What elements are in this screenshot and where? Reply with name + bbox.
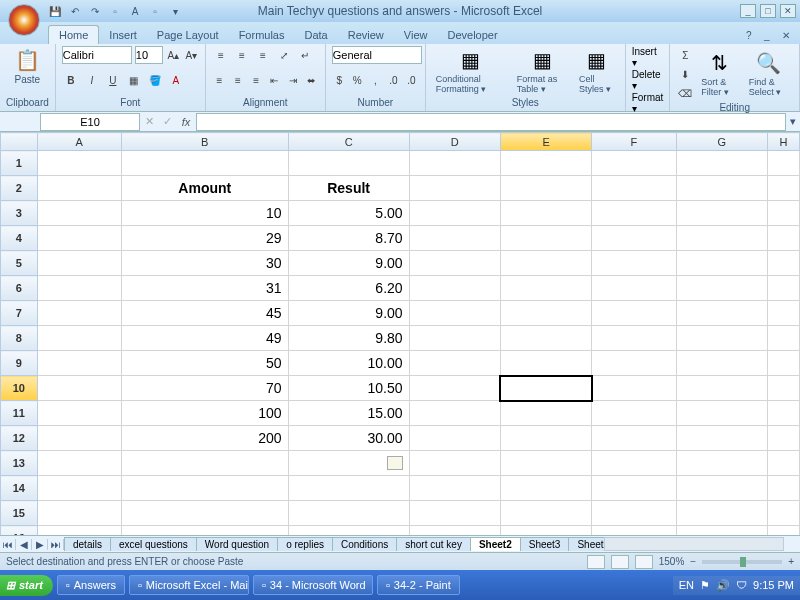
- cell-G8[interactable]: [676, 326, 767, 351]
- orientation-icon[interactable]: ⤢: [275, 46, 293, 64]
- cell-B3[interactable]: 10: [121, 201, 288, 226]
- cell-B1[interactable]: [121, 151, 288, 176]
- cell-B8[interactable]: 49: [121, 326, 288, 351]
- cell-D11[interactable]: [409, 401, 500, 426]
- cell-C2[interactable]: Result: [288, 176, 409, 201]
- font-name-select[interactable]: [62, 46, 132, 64]
- cell-G16[interactable]: [676, 526, 767, 536]
- cell-F14[interactable]: [592, 476, 676, 501]
- cell-D2[interactable]: [409, 176, 500, 201]
- cell-B2[interactable]: Amount: [121, 176, 288, 201]
- tab-insert[interactable]: Insert: [99, 26, 147, 44]
- cell-G10[interactable]: [676, 376, 767, 401]
- increase-decimal-icon[interactable]: .0: [386, 72, 401, 90]
- start-button[interactable]: ⊞ start: [0, 575, 53, 596]
- cell-D13[interactable]: [409, 451, 500, 476]
- cell-G9[interactable]: [676, 351, 767, 376]
- cell-H1[interactable]: [767, 151, 799, 176]
- minimize-button[interactable]: _: [740, 4, 756, 18]
- col-header-D[interactable]: D: [409, 133, 500, 151]
- col-header-G[interactable]: G: [676, 133, 767, 151]
- cell-E3[interactable]: [500, 201, 591, 226]
- cell-F6[interactable]: [592, 276, 676, 301]
- cell-G13[interactable]: [676, 451, 767, 476]
- cell-A10[interactable]: [37, 376, 121, 401]
- sheet-tab-o-replies[interactable]: o replies: [277, 537, 333, 551]
- cell-A12[interactable]: [37, 426, 121, 451]
- tab-home[interactable]: Home: [48, 25, 99, 44]
- cell-B15[interactable]: [121, 501, 288, 526]
- font-color-icon[interactable]: A: [167, 72, 185, 90]
- cell-C5[interactable]: 9.00: [288, 251, 409, 276]
- cell-G2[interactable]: [676, 176, 767, 201]
- sheet-tab-word-question[interactable]: Word question: [196, 537, 278, 551]
- cell-B16[interactable]: [121, 526, 288, 536]
- row-header-13[interactable]: 13: [1, 451, 38, 476]
- col-header-A[interactable]: A: [37, 133, 121, 151]
- clock[interactable]: 9:15 PM: [753, 579, 794, 591]
- col-header-H[interactable]: H: [767, 133, 799, 151]
- number-format-select[interactable]: [332, 46, 422, 64]
- sheet-tab-short-cut-key[interactable]: short cut key: [396, 537, 471, 551]
- cell-D5[interactable]: [409, 251, 500, 276]
- qat-more-icon[interactable]: ▾: [168, 4, 182, 18]
- italic-button[interactable]: I: [83, 72, 101, 90]
- cell-B7[interactable]: 45: [121, 301, 288, 326]
- cell-G14[interactable]: [676, 476, 767, 501]
- cell-C11[interactable]: 15.00: [288, 401, 409, 426]
- cell-H8[interactable]: [767, 326, 799, 351]
- paste-button[interactable]: 📋 Paste: [6, 46, 49, 87]
- col-header-C[interactable]: C: [288, 133, 409, 151]
- cell-H6[interactable]: [767, 276, 799, 301]
- cell-D6[interactable]: [409, 276, 500, 301]
- cell-E9[interactable]: [500, 351, 591, 376]
- sheet-tab-details[interactable]: details: [64, 537, 111, 551]
- cell-C7[interactable]: 9.00: [288, 301, 409, 326]
- bold-button[interactable]: B: [62, 72, 80, 90]
- row-header-14[interactable]: 14: [1, 476, 38, 501]
- cell-F7[interactable]: [592, 301, 676, 326]
- conditional-formatting-button[interactable]: ▦Conditional Formatting ▾: [432, 46, 510, 96]
- cell-D16[interactable]: [409, 526, 500, 536]
- cell-A13[interactable]: [37, 451, 121, 476]
- cell-D4[interactable]: [409, 226, 500, 251]
- fill-icon[interactable]: ⬇: [676, 65, 694, 83]
- system-tray[interactable]: EN ⚑ 🔊 🛡 9:15 PM: [673, 576, 800, 595]
- cell-E14[interactable]: [500, 476, 591, 501]
- cell-D3[interactable]: [409, 201, 500, 226]
- find-select-button[interactable]: 🔍Find & Select ▾: [745, 49, 793, 99]
- cell-A16[interactable]: [37, 526, 121, 536]
- cell-E4[interactable]: [500, 226, 591, 251]
- cell-H16[interactable]: [767, 526, 799, 536]
- cell-E1[interactable]: [500, 151, 591, 176]
- cell-F9[interactable]: [592, 351, 676, 376]
- enter-formula-icon[interactable]: ✓: [158, 115, 176, 128]
- minimize-ribbon-icon[interactable]: _: [764, 30, 778, 44]
- cell-F4[interactable]: [592, 226, 676, 251]
- save-icon[interactable]: 💾: [48, 4, 62, 18]
- font-size-select[interactable]: [135, 46, 163, 64]
- col-header-B[interactable]: B: [121, 133, 288, 151]
- format-as-table-button[interactable]: ▦Format as Table ▾: [513, 46, 572, 96]
- align-right-icon[interactable]: ≡: [248, 72, 263, 90]
- cell-G4[interactable]: [676, 226, 767, 251]
- cell-G7[interactable]: [676, 301, 767, 326]
- underline-button[interactable]: U: [104, 72, 122, 90]
- qat-icon[interactable]: ▫: [148, 4, 162, 18]
- office-button[interactable]: [8, 4, 40, 36]
- horizontal-scrollbar[interactable]: [604, 537, 784, 551]
- cell-D9[interactable]: [409, 351, 500, 376]
- align-center-icon[interactable]: ≡: [230, 72, 245, 90]
- delete-cells-button[interactable]: Delete ▾: [632, 69, 664, 91]
- cell-C3[interactable]: 5.00: [288, 201, 409, 226]
- sheet-tab-sheet2[interactable]: Sheet2: [470, 537, 521, 551]
- tab-page-layout[interactable]: Page Layout: [147, 26, 229, 44]
- cell-G1[interactable]: [676, 151, 767, 176]
- cell-E12[interactable]: [500, 426, 591, 451]
- row-header-2[interactable]: 2: [1, 176, 38, 201]
- tab-view[interactable]: View: [394, 26, 438, 44]
- cell-A7[interactable]: [37, 301, 121, 326]
- cell-H15[interactable]: [767, 501, 799, 526]
- col-header-E[interactable]: E: [500, 133, 591, 151]
- tab-data[interactable]: Data: [294, 26, 337, 44]
